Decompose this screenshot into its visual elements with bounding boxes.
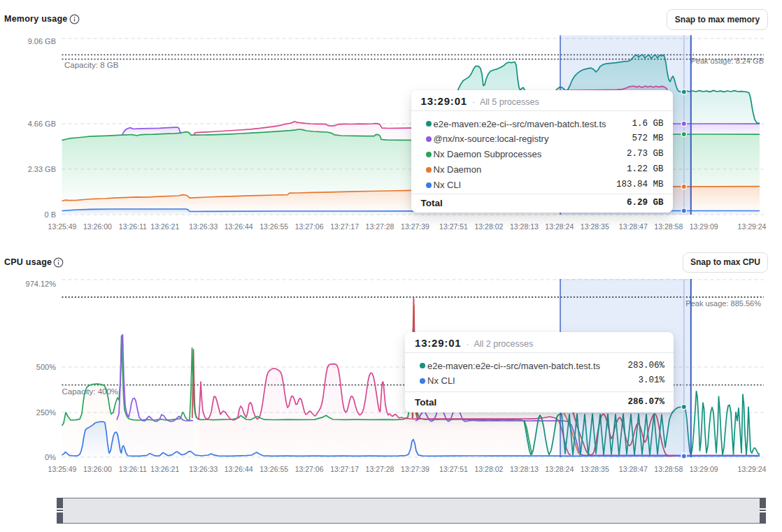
svg-text:13:27:06: 13:27:06 bbox=[295, 465, 324, 473]
svg-text:13:28:02: 13:28:02 bbox=[474, 222, 503, 231]
svg-text:Capacity: 400%: Capacity: 400% bbox=[62, 387, 119, 396]
svg-text:0 B: 0 B bbox=[44, 210, 56, 219]
svg-text:13:26:00: 13:26:00 bbox=[83, 222, 112, 231]
svg-text:13:28:35: 13:28:35 bbox=[581, 465, 609, 473]
svg-text:4.66 GB: 4.66 GB bbox=[28, 120, 56, 128]
svg-text:13:26:33: 13:26:33 bbox=[189, 222, 218, 231]
svg-text:13:27:17: 13:27:17 bbox=[330, 465, 359, 473]
svg-text:13:26:55: 13:26:55 bbox=[260, 465, 288, 473]
svg-text:974.12%: 974.12% bbox=[26, 280, 57, 288]
svg-text:13:28:47: 13:28:47 bbox=[619, 222, 648, 231]
svg-text:500%: 500% bbox=[36, 363, 56, 371]
svg-text:Peak usage: 8.24 GB: Peak usage: 8.24 GB bbox=[690, 57, 764, 65]
svg-text:13:25:49: 13:25:49 bbox=[48, 222, 77, 231]
svg-text:13:28:13: 13:28:13 bbox=[510, 465, 539, 473]
svg-text:9.06 GB: 9.06 GB bbox=[28, 37, 56, 45]
svg-text:13:25:49: 13:25:49 bbox=[48, 465, 77, 473]
svg-text:13:27:17: 13:27:17 bbox=[330, 222, 359, 231]
svg-text:2.33 GB: 2.33 GB bbox=[28, 165, 56, 173]
svg-text:13:28:58: 13:28:58 bbox=[654, 222, 683, 231]
svg-text:13:27:51: 13:27:51 bbox=[439, 222, 468, 231]
svg-text:13:29:24: 13:29:24 bbox=[738, 465, 767, 473]
svg-text:Capacity: 8 GB: Capacity: 8 GB bbox=[64, 61, 119, 69]
svg-text:13:26:44: 13:26:44 bbox=[225, 222, 253, 231]
svg-text:250%: 250% bbox=[36, 408, 56, 417]
svg-text:13:29:09: 13:29:09 bbox=[690, 222, 718, 231]
svg-text:13:28:47: 13:28:47 bbox=[619, 465, 648, 473]
svg-text:13:28:24: 13:28:24 bbox=[545, 465, 574, 473]
svg-text:13:26:11: 13:26:11 bbox=[119, 465, 147, 473]
svg-text:13:28:35: 13:28:35 bbox=[581, 222, 609, 231]
svg-text:13:27:39: 13:27:39 bbox=[401, 222, 429, 231]
svg-text:13:29:24: 13:29:24 bbox=[738, 222, 767, 231]
svg-text:13:26:21: 13:26:21 bbox=[150, 222, 179, 231]
svg-text:13:28:58: 13:28:58 bbox=[654, 465, 683, 473]
svg-text:13:26:44: 13:26:44 bbox=[225, 465, 253, 473]
svg-text:13:27:06: 13:27:06 bbox=[295, 222, 324, 231]
svg-text:13:27:28: 13:27:28 bbox=[366, 465, 394, 473]
svg-text:13:27:39: 13:27:39 bbox=[401, 465, 429, 473]
svg-text:13:27:51: 13:27:51 bbox=[439, 465, 468, 473]
svg-text:13:28:02: 13:28:02 bbox=[474, 465, 503, 473]
svg-text:13:26:55: 13:26:55 bbox=[260, 222, 288, 231]
svg-text:13:26:11: 13:26:11 bbox=[119, 222, 147, 231]
svg-text:13:26:21: 13:26:21 bbox=[150, 465, 179, 473]
svg-text:13:28:24: 13:28:24 bbox=[545, 222, 574, 231]
svg-text:13:27:28: 13:27:28 bbox=[366, 222, 394, 231]
svg-text:Peak usage: 885.56%: Peak usage: 885.56% bbox=[685, 299, 761, 308]
svg-text:13:28:13: 13:28:13 bbox=[510, 222, 539, 231]
svg-text:13:26:33: 13:26:33 bbox=[189, 465, 218, 473]
svg-text:0%: 0% bbox=[45, 453, 56, 461]
svg-text:13:26:00: 13:26:00 bbox=[83, 465, 112, 473]
svg-text:13:29:09: 13:29:09 bbox=[690, 465, 718, 473]
